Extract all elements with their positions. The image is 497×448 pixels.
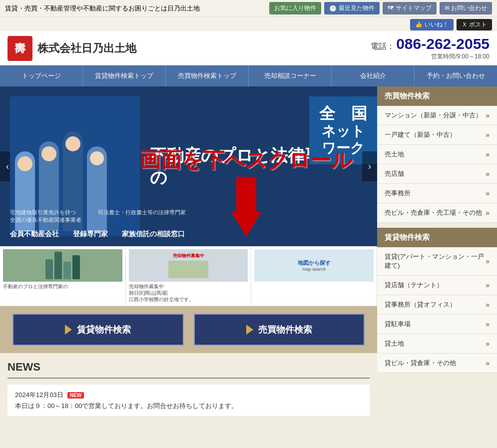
slider-caption: 宅地建物取引業免許を持つ 司法書士・行政書士等の法律専門家 全国の優良不動産関連… [10, 209, 186, 224]
thumb-text-2: 売却物件募集中 朝日区|岡山|馬場| 江西小学校際の好立地です。 [129, 283, 248, 303]
rental-search-button[interactable]: 賃貸物件検索 [12, 314, 184, 346]
clock-icon: 🕐 [329, 5, 337, 12]
search-buttons-area: 賃貸物件検索 売買物件検索 [0, 306, 377, 353]
sidebar-item-rental-shop[interactable]: 貸店舗（テナント） » [377, 276, 497, 295]
sidebar-item-label: 貸ビル・貸倉庫・その他 [385, 359, 456, 368]
top-bar: 賃貸・売買・不動産管理や不動産に関するお困りごとは日乃出土地 お気に入り物件 🕐… [0, 0, 497, 17]
sidebar-item-label: マンション（新築・分譲・中古） [385, 111, 482, 120]
chevron-right-icon: » [486, 257, 490, 265]
sidebar-item-building[interactable]: 売ビル・売倉庫・売工場・その他 » [377, 203, 497, 223]
chevron-right-icon: » [486, 340, 490, 348]
mail-icon: ✉ [445, 4, 450, 11]
sidebar: 売買物件検索 マンション（新築・分譲・中古） » 一戸建て（新築・中古） » 売… [377, 86, 497, 425]
slider-thumbnails: 不動産のプロと法律専門家の 売却物件募集中 売却物件募集中 朝日区|岡山|馬場|… [0, 246, 377, 306]
chevron-right-icon: » [486, 209, 490, 217]
sale-search-button[interactable]: 売買物件検索 [194, 314, 365, 346]
chevron-right-icon: » [486, 189, 490, 197]
nav-rental[interactable]: 賃貸物件検索トップ [83, 65, 166, 86]
sidebar-item-house[interactable]: 一戸建て（新築・中古） » [377, 125, 497, 145]
sidebar-item-rental-building[interactable]: 貸ビル・貸倉庫・その他 » [377, 354, 497, 373]
sidebar-item-label: 売土地 [385, 150, 404, 159]
favorites-button[interactable]: お気に入り物件 [269, 2, 321, 14]
slider-thumb-1[interactable]: 不動産のプロと法律専門家の [0, 246, 126, 306]
nav-about[interactable]: 会社紹介 [332, 65, 415, 86]
sidebar-item-label: 一戸建て（新築・中古） [385, 130, 456, 139]
slider-thumb-2[interactable]: 売却物件募集中 売却物件募集中 朝日区|岡山|馬場| 江西小学校際の好立地です。 [126, 246, 252, 306]
tagline: 賃貸・売買・不動産管理や不動産に関するお困りごとは日乃出土地 [5, 4, 200, 13]
social-row: 👍 いいね！ Ｘ ポスト [0, 17, 497, 31]
header-right: 電話： 086-262-2055 営業時間/9:00～18:00 [371, 35, 490, 61]
header: 壽 株式会社日乃出土地 電話： 086-262-2055 営業時間/9:00～1… [0, 31, 497, 65]
chevron-right-icon: » [486, 111, 490, 119]
sidebar-item-label: 貸土地 [385, 339, 404, 348]
content-area: 画面を下へスクロール ‹ [0, 86, 377, 425]
thumb-image-1 [3, 249, 122, 282]
phone-number: 086-262-2055 [396, 35, 490, 52]
phone-label: 電話： [371, 42, 395, 50]
sidebar-item-rental-office[interactable]: 貸事務所（貸オフィス） » [377, 295, 497, 315]
thumb-image-3: 地図から探す map search [254, 249, 374, 282]
chevron-right-icon: » [486, 131, 490, 139]
news-date-row: 2024年12月03日 NEW [15, 391, 362, 400]
recent-button[interactable]: 🕐 最近見た物件 [324, 2, 380, 14]
like-button[interactable]: 👍 いいね！ [410, 19, 453, 30]
chevron-right-icon: » [486, 320, 490, 328]
business-hours: 営業時間/9:00～18:00 [371, 52, 490, 61]
news-section: NEWS 2024年12月03日 NEW 本日は９：00～18：00で営業してお… [0, 353, 377, 425]
nav-contact[interactable]: 予約・お問い合わせ [415, 65, 497, 86]
thumb-text-1: 不動産のプロと法律専門家の [3, 283, 122, 290]
sidebar-item-label: 賃貸(アパート・マンション・一戸建て) [385, 252, 486, 270]
nav-consult[interactable]: 売却相談コーナー [249, 65, 332, 86]
sidebar-item-office[interactable]: 売事務所 » [377, 184, 497, 203]
sidebar-item-label: 貸事務所（貸オフィス） [385, 300, 456, 309]
news-badge: NEW [67, 392, 84, 399]
chevron-right-icon: » [486, 359, 490, 367]
sidebar-item-rental-parking[interactable]: 貸駐車場 » [377, 315, 497, 334]
sidebar-item-label: 売店舗 [385, 169, 404, 178]
news-date: 2024年12月03日 [15, 391, 63, 400]
sitemap-icon: 🗺 [388, 4, 394, 11]
contact-button[interactable]: ✉ お問い合わせ [440, 2, 492, 14]
logo-area: 壽 株式会社日乃出土地 [7, 36, 136, 61]
sidebar-item-label: 貸店舗（テナント） [385, 281, 443, 290]
sidebar-spacer [377, 223, 497, 228]
post-button[interactable]: Ｘ ポスト [457, 19, 492, 30]
news-body: 本日は９：00～18：00で営業しております。お問合せお待ちしております。 [15, 402, 362, 411]
sidebar-item-shop[interactable]: 売店舗 » [377, 164, 497, 184]
chevron-right-icon: » [486, 170, 490, 178]
company-name: 株式会社日乃出土地 [37, 41, 136, 56]
slider-next-button[interactable]: › [362, 151, 377, 181]
network-title-line1: 全 国 [319, 104, 367, 123]
phone-area: 電話： 086-262-2055 [371, 35, 490, 52]
sidebar-item-label: 売事務所 [385, 189, 411, 198]
chevron-right-icon: » [486, 281, 490, 289]
top-bar-actions: お気に入り物件 🕐 最近見た物件 🗺 サイトマップ ✉ お問い合わせ [269, 2, 492, 14]
sitemap-button[interactable]: 🗺 サイトマップ [383, 2, 436, 14]
thumb-image-2: 売却物件募集中 [129, 249, 248, 282]
sidebar-item-mansion[interactable]: マンション（新築・分譲・中古） » [377, 106, 497, 125]
main-layout: 画面を下へスクロール ‹ [0, 86, 497, 425]
sidebar-item-rental-apt[interactable]: 賃貸(アパート・マンション・一戸建て) » [377, 247, 497, 276]
hero-slider: ‹ [0, 86, 377, 246]
nav-top[interactable]: トップページ [0, 65, 83, 86]
chevron-right-icon: » [486, 301, 490, 309]
sidebar-item-land[interactable]: 売土地 » [377, 145, 497, 164]
sidebar-item-label: 売ビル・売倉庫・売工場・その他 [385, 208, 482, 217]
rental-arrow-icon [65, 325, 72, 335]
sidebar-rental-title: 賃貸物件検索 [377, 228, 497, 247]
slider-bottom-label: 会員不動産会社 登録専門家 家族信託の相談窓口 [10, 230, 185, 239]
network-title-line3: ワーク [319, 140, 367, 157]
news-item-0: 2024年12月03日 NEW 本日は９：00～18：00で営業しております。お… [7, 385, 370, 417]
main-nav: トップページ 賃貸物件検索トップ 売買物件検索トップ 売却相談コーナー 会社紹介… [0, 65, 497, 86]
nav-sale[interactable]: 売買物件検索トップ [166, 65, 249, 86]
sidebar-sale-title: 売買物件検索 [377, 86, 497, 106]
chevron-right-icon: » [486, 150, 490, 158]
sidebar-item-label: 貸駐車場 [385, 320, 411, 329]
sidebar-item-rental-land[interactable]: 貸土地 » [377, 334, 497, 354]
company-logo: 壽 [7, 36, 32, 61]
slider-thumb-3[interactable]: 地図から探す map search [251, 246, 377, 306]
network-title-line2: ネット [319, 123, 367, 140]
sale-arrow-icon [246, 325, 253, 335]
news-title: NEWS [7, 361, 370, 379]
